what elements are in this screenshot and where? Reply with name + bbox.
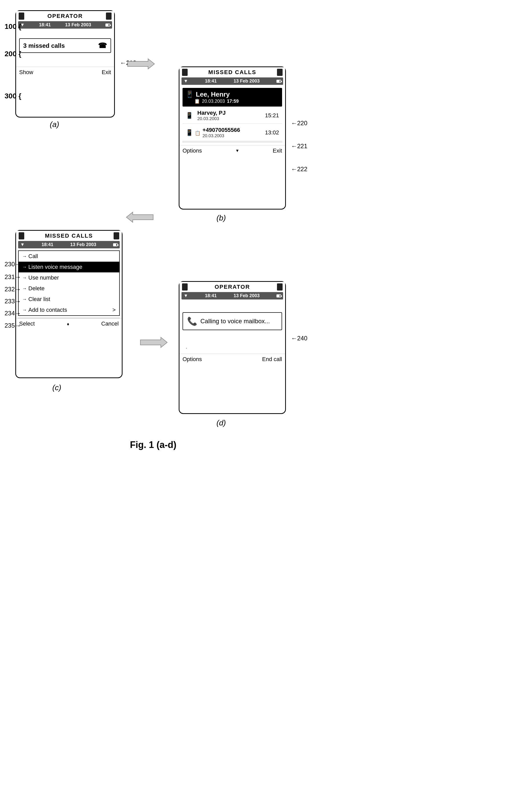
phone-b-date: 13 Feb 2003 xyxy=(233,78,260,84)
arrow-c-to-d xyxy=(138,335,169,350)
softkey-d-left[interactable]: Options xyxy=(183,356,202,363)
vm-icon-number: 📋 xyxy=(195,131,201,136)
phone-d-softkeys: Options End call xyxy=(179,354,285,364)
phone-c-header: MISSED CALLS xyxy=(16,231,122,241)
menu-item-call[interactable]: → Call xyxy=(19,251,119,262)
subfig-b-label: (b) xyxy=(216,214,226,222)
menu-label-listen: Listen voice message xyxy=(28,264,82,270)
mobile-icon-number: 📱 xyxy=(186,129,193,136)
phone-a-body: 3 missed calls ☎ xyxy=(16,29,114,65)
submenu-arrow: > xyxy=(112,307,116,313)
phone-c-softkeys: Select ⬧ Cancel xyxy=(16,318,122,329)
battery-icon-d xyxy=(277,294,281,297)
phone-d-header: OPERATOR xyxy=(179,282,285,292)
corner-tl-c xyxy=(19,232,24,239)
softkey-c-left[interactable]: Select xyxy=(19,321,35,327)
softkey-a-right[interactable]: Exit xyxy=(101,69,111,76)
menu-label-use-number: Use number xyxy=(28,274,59,281)
battery-icon-a xyxy=(106,23,110,26)
menu-label-add-contacts: Add to contacts xyxy=(28,307,67,313)
phone-a-softkeys: Show Exit xyxy=(16,67,114,77)
softkey-a-left[interactable]: Show xyxy=(19,69,33,76)
arrow-add-contacts: → xyxy=(22,307,27,313)
phone-a-header: OPERATOR xyxy=(16,11,114,21)
phone-c-title: MISSED CALLS xyxy=(24,233,114,239)
ref-233-label: 233→ xyxy=(5,298,21,305)
signal-icon-b: ▼ xyxy=(184,78,188,84)
phone-d-status-bar: ▼ 18:41 13 Feb 2003 xyxy=(182,292,283,300)
phone-b-status-bar: ▼ 18:41 13 Feb 2003 xyxy=(182,77,283,85)
corner-tl-a xyxy=(19,13,24,20)
mobile-icon-harvey: 📱 xyxy=(186,112,193,119)
menu-item-add-contacts[interactable]: → Add to contacts > xyxy=(19,305,119,315)
softkey-b-left[interactable]: Options xyxy=(183,147,202,154)
softkey-b-right[interactable]: Exit xyxy=(273,147,282,154)
menu-item-use-number[interactable]: → Use number xyxy=(19,272,119,283)
call-vm-icon-lee: 📋 xyxy=(194,98,200,104)
label-300: 300 { xyxy=(5,92,21,100)
phone-a-title: OPERATOR xyxy=(24,13,106,19)
arrow-use-number: → xyxy=(22,275,27,280)
corner-tl-b xyxy=(182,69,188,76)
menu-item-listen[interactable]: → Listen voice message xyxy=(19,262,119,272)
softkey-b-middle[interactable]: ▼ xyxy=(235,148,240,153)
voicemail-icon-lee: 📱 xyxy=(186,90,194,98)
phone-b-time: 18:41 xyxy=(205,78,217,84)
phone-d-date: 13 Feb 2003 xyxy=(233,293,260,298)
subfig-a-label: (a) xyxy=(50,120,59,129)
phone-d-title: OPERATOR xyxy=(188,284,277,290)
calling-text-d: Calling to voice mailbox... xyxy=(201,318,270,325)
corner-tr-d xyxy=(277,284,283,291)
call-name-lee: Lee, Henry xyxy=(196,90,230,98)
call-name-harvey: Harvey, PJ xyxy=(197,110,226,116)
phone-d-time: 18:41 xyxy=(205,293,217,298)
menu-item-delete[interactable]: → Delete xyxy=(19,283,119,294)
notification-box-a: 3 missed calls ☎ xyxy=(19,38,111,53)
arrow-b-to-c xyxy=(125,210,156,225)
call-item-harvey[interactable]: 📱 Harvey, PJ 20.03.2003 15:21 xyxy=(183,108,282,124)
phone-b-title: MISSED CALLS xyxy=(188,69,277,76)
call-date-lee: 20.03.2003 xyxy=(202,98,225,104)
phone-b: MISSED CALLS ▼ 18:41 13 Feb 2003 📱 Lee, … xyxy=(179,67,286,210)
call-item-number[interactable]: 📱 📋 +49070055566 20.03.2003 13:02 xyxy=(183,125,282,141)
phone-c-time: 18:41 xyxy=(42,242,53,247)
phone-a-date: 13 Feb 2003 xyxy=(65,22,91,28)
subfig-d-label: (d) xyxy=(216,419,226,427)
menu-label-clear: Clear list xyxy=(28,296,50,303)
ref-232-label: 232→ xyxy=(5,286,21,293)
call-details-harvey: 20.03.2003 xyxy=(197,116,226,121)
menu-item-clear[interactable]: → Clear list xyxy=(19,294,119,305)
phone-b-header: MISSED CALLS xyxy=(179,67,285,77)
call-item-selected-b[interactable]: 📱 Lee, Henry 📋 20.03.2003 17:59 xyxy=(183,88,282,107)
softkey-c-middle[interactable]: ⬧ xyxy=(66,321,70,327)
figure-caption: Fig. 1 (a-d) xyxy=(77,439,230,450)
arrow-a-to-b xyxy=(125,56,156,72)
phone-c: MISSED CALLS ▼ 18:41 13 Feb 2003 → Call … xyxy=(15,230,122,378)
corner-tr-c xyxy=(114,232,119,239)
softkey-c-right[interactable]: Cancel xyxy=(101,321,119,327)
corner-tr-a xyxy=(106,13,112,20)
svg-marker-0 xyxy=(128,59,154,69)
corner-tl-d xyxy=(182,284,188,291)
phone-d-body: 📞 Calling to voice mailbox... . xyxy=(179,300,285,352)
phone-d: OPERATOR ▼ 18:41 13 Feb 2003 📞 Calling t… xyxy=(179,281,286,414)
subfig-c-label: (c) xyxy=(52,383,61,392)
phone-a: OPERATOR ▼ 18:41 13 Feb 2003 3 missed ca… xyxy=(15,10,115,117)
phone-b-softkeys: Options ▼ Exit xyxy=(179,145,285,156)
notification-text-a: 3 missed calls xyxy=(23,42,65,49)
softkey-d-right[interactable]: End call xyxy=(262,356,282,363)
arrow-listen: → xyxy=(22,265,27,270)
ref-235-label: 235→ xyxy=(5,322,21,329)
svg-marker-1 xyxy=(126,212,153,222)
phone-a-status-bar: ▼ 18:41 13 Feb 2003 xyxy=(18,21,112,29)
ref-234-label: 234→ xyxy=(5,310,21,317)
phone-c-menu: → Call → Listen voice message → Use numb… xyxy=(18,250,120,316)
battery-icon-c xyxy=(113,243,118,246)
call-number-value: +49070055566 xyxy=(203,127,240,133)
arrow-call: → xyxy=(22,254,27,259)
label-100: 100 { xyxy=(5,22,21,31)
phone-icon-a: ☎ xyxy=(98,41,107,50)
phone-c-date: 13 Feb 2003 xyxy=(70,242,96,247)
phone-a-time: 18:41 xyxy=(39,22,51,28)
menu-label-call: Call xyxy=(28,253,38,260)
